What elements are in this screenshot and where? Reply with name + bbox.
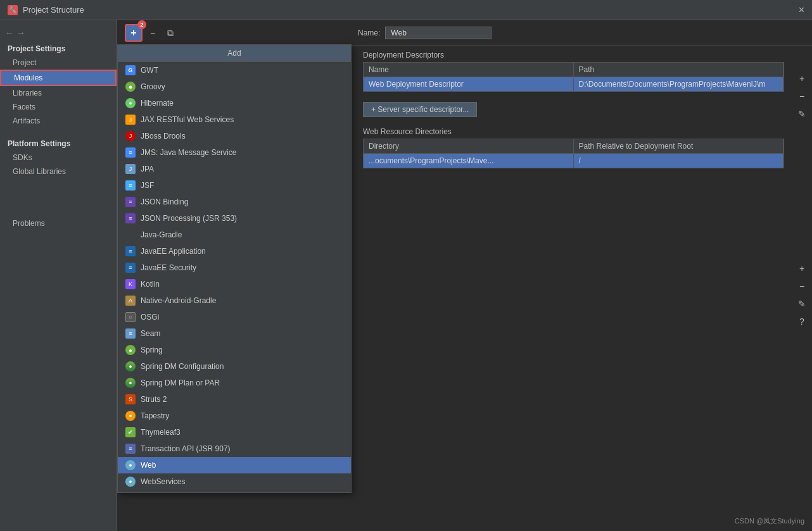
- action-remove-btn[interactable]: −: [794, 89, 809, 104]
- dropdown-item-seam[interactable]: ≡Seam: [118, 325, 351, 342]
- remove-button[interactable]: −: [145, 25, 160, 41]
- item-label-jax: JAX RESTful Web Services: [141, 115, 234, 124]
- dropdown-item-json-binding[interactable]: ≡JSON Binding: [118, 194, 351, 210]
- web-resource-row[interactable]: ...ocuments\ProgramProjects\Mave... /: [364, 154, 783, 168]
- item-icon-seam: ≡: [125, 328, 136, 339]
- dropdown-item-jax[interactable]: JJAX RESTful Web Services: [118, 111, 351, 128]
- back-button[interactable]: ←: [5, 28, 14, 38]
- item-icon-hibernate: ●: [125, 98, 136, 108]
- item-label-kotlin: Kotlin: [141, 280, 160, 289]
- item-label-jpa: JPA: [141, 165, 154, 173]
- badge: 2: [137, 20, 146, 29]
- dropdown-item-spring-dm-plan[interactable]: ●Spring DM Plan or PAR: [118, 375, 351, 391]
- item-label-gwt: GWT: [141, 66, 158, 75]
- dropdown-item-javaee-security[interactable]: ≡JavaEE Security: [118, 259, 351, 276]
- dropdown-item-spring-dm-config[interactable]: ●Spring DM Configuration: [118, 358, 351, 375]
- item-label-thymeleaf: Thymeleaf3: [141, 428, 181, 437]
- dropdown-item-tapestry[interactable]: ●Tapestry: [118, 408, 351, 424]
- name-label: Name:: [358, 28, 380, 37]
- dropdown-item-hibernate[interactable]: ●Hibernate: [118, 95, 351, 111]
- item-label-spring-dm-plan: Spring DM Plan or PAR: [141, 378, 220, 387]
- sidebar-item-modules[interactable]: Modules: [0, 70, 117, 86]
- item-label-transaction: Transaction API (JSR 907): [141, 444, 231, 453]
- dropdown-item-thymeleaf[interactable]: ✔Thymeleaf3: [118, 424, 351, 440]
- th-relative-path: Path Relative to Deployment Root: [574, 139, 784, 153]
- item-icon-thymeleaf: ✔: [125, 427, 136, 437]
- name-input[interactable]: [385, 27, 492, 39]
- item-icon-osgi: ○: [125, 312, 136, 322]
- dropdown-item-json-processing[interactable]: ≡JSON Processing (JSR 353): [118, 210, 351, 227]
- sidebar-item-libraries[interactable]: Libraries: [0, 86, 117, 100]
- sidebar-item-artifacts[interactable]: Artifacts: [0, 114, 117, 128]
- item-icon-kotlin: K: [125, 279, 136, 289]
- action-remove-btn-2[interactable]: −: [794, 278, 809, 294]
- dropdown-item-jsf[interactable]: ≡JSF: [118, 177, 351, 194]
- item-label-jms: JMS: Java Message Service: [141, 148, 236, 157]
- web-resource-dirs-label: Web Resource Directories: [363, 127, 784, 136]
- dropdown-scroll[interactable]: GGWT●Groovy●HibernateJJAX RESTful Web Se…: [118, 62, 351, 492]
- item-icon-jboss: J: [125, 131, 136, 141]
- dropdown-item-transaction[interactable]: ≡Transaction API (JSR 907): [118, 440, 351, 457]
- add-button[interactable]: + 2: [125, 24, 143, 42]
- sidebar-item-sdks[interactable]: SDKs: [0, 151, 117, 165]
- item-icon-json-binding: ≡: [125, 197, 136, 207]
- dropdown-item-osgi[interactable]: ○OSGi: [118, 309, 351, 325]
- dropdown-item-kotlin[interactable]: KKotlin: [118, 276, 351, 292]
- dropdown-item-struts[interactable]: SStruts 2: [118, 391, 351, 408]
- descriptor-row[interactable]: Web Deployment Descriptor D:\Documents\D…: [364, 77, 783, 91]
- item-label-struts: Struts 2: [141, 395, 167, 404]
- dropdown-item-jms[interactable]: ≡JMS: Java Message Service: [118, 144, 351, 161]
- action-help-btn[interactable]: ?: [794, 314, 809, 329]
- sidebar-item-problems[interactable]: Problems: [0, 216, 117, 230]
- item-label-tapestry: Tapestry: [141, 411, 169, 420]
- dropdown-item-webservices-client[interactable]: ●WebServices Client: [118, 490, 351, 492]
- action-add-btn-2[interactable]: +: [794, 261, 809, 276]
- item-label-json-processing: JSON Processing (JSR 353): [141, 214, 237, 223]
- item-icon-java-gradle: [125, 230, 136, 240]
- forward-button[interactable]: →: [16, 28, 25, 38]
- item-icon-spring-dm-config: ●: [125, 361, 136, 372]
- dropdown-item-jpa[interactable]: JJPA: [118, 161, 351, 177]
- server-specific-button[interactable]: + Server specific descriptor...: [363, 102, 477, 117]
- item-icon-transaction: ≡: [125, 444, 136, 454]
- dropdown-item-native-android[interactable]: ANative-Android-Gradle: [118, 292, 351, 309]
- web-dir: ...ocuments\ProgramProjects\Mave...: [364, 154, 574, 168]
- item-icon-gwt: G: [125, 65, 136, 75]
- sidebar-item-global-libraries[interactable]: Global Libraries: [0, 165, 117, 178]
- web-relative-path: /: [574, 154, 784, 168]
- item-label-javaee-app: JavaEE Application: [141, 247, 206, 256]
- sidebar-item-facets[interactable]: Facets: [0, 100, 117, 114]
- action-edit-btn-2[interactable]: ✎: [794, 296, 809, 311]
- dropdown-item-gwt[interactable]: GGWT: [118, 62, 351, 78]
- item-icon-javaee-app: ≡: [125, 246, 136, 256]
- dropdown-item-java-gradle[interactable]: Java-Gradle: [118, 227, 351, 243]
- dropdown-item-javaee-app[interactable]: ≡JavaEE Application: [118, 243, 351, 259]
- dropdown-item-jboss[interactable]: JJBoss Drools: [118, 128, 351, 144]
- item-icon-spring: ●: [125, 345, 136, 355]
- item-icon-jpa: J: [125, 164, 136, 174]
- action-add-btn[interactable]: +: [794, 71, 809, 86]
- action-edit-btn[interactable]: ✎: [794, 106, 809, 122]
- web-header-row: Directory Path Relative to Deployment Ro…: [364, 139, 783, 154]
- item-icon-spring-dm-plan: ●: [125, 378, 136, 388]
- dropdown-item-groovy[interactable]: ●Groovy: [118, 78, 351, 95]
- item-icon-javaee-security: ≡: [125, 263, 136, 273]
- item-label-spring: Spring: [141, 346, 163, 354]
- dropdown-item-webservices[interactable]: ●WebServices: [118, 473, 351, 490]
- content-area: + 2 − ⧉ Name: Add GGWT●Groovy●HibernateJ…: [117, 20, 812, 531]
- sidebar: ← → Project Settings Project Modules Lib…: [0, 20, 117, 531]
- dropdown-item-spring[interactable]: ●Spring: [118, 342, 351, 358]
- item-label-jsf: JSF: [141, 181, 154, 190]
- th-name: Name: [364, 63, 574, 77]
- project-settings-heading: Project Settings: [0, 41, 117, 56]
- watermark: CSDN @凤文Studying: [735, 516, 804, 526]
- dropdown-item-web[interactable]: ●Web: [118, 457, 351, 473]
- item-label-groovy: Groovy: [141, 82, 165, 91]
- item-label-json-binding: JSON Binding: [141, 197, 188, 206]
- close-button[interactable]: ×: [799, 4, 804, 16]
- sidebar-item-project[interactable]: Project: [0, 56, 117, 70]
- copy-button[interactable]: ⧉: [163, 25, 178, 41]
- nav-arrows: ← →: [0, 25, 117, 41]
- item-label-osgi: OSGi: [141, 313, 159, 322]
- th-directory: Directory: [364, 139, 574, 153]
